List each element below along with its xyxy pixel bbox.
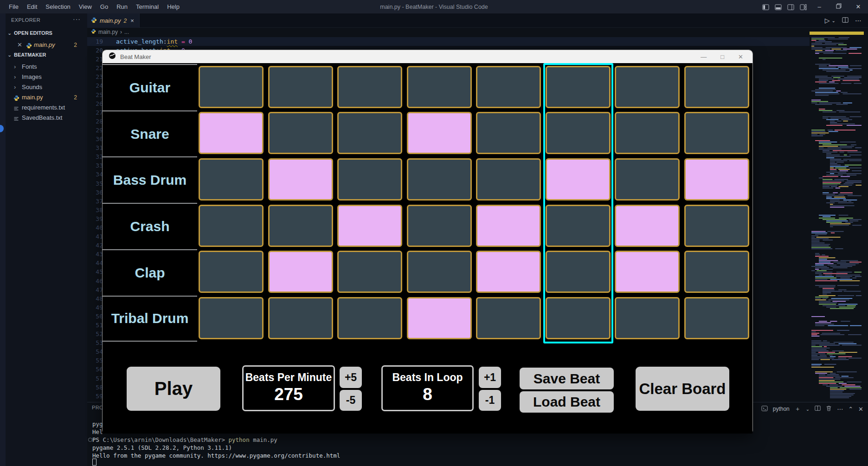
beat-cell-r3-c3[interactable] xyxy=(337,158,402,201)
beat-cell-r4-c5[interactable] xyxy=(476,205,541,247)
beat-cell-r3-c5[interactable] xyxy=(476,158,541,201)
bm-minimize-button[interactable]: — xyxy=(701,53,707,60)
menu-go[interactable]: Go xyxy=(96,0,112,13)
menu-edit[interactable]: Edit xyxy=(23,0,41,13)
explorer-more-actions-icon[interactable]: ··· xyxy=(73,15,81,23)
beat-cell-r1-c4[interactable] xyxy=(407,66,472,108)
beat-cell-r2-c3[interactable] xyxy=(337,112,402,154)
beat-cell-r4-c8[interactable] xyxy=(684,205,749,247)
beat-cell-r5-c5[interactable] xyxy=(476,251,541,293)
close-window-button[interactable]: ✕ xyxy=(849,0,868,13)
beat-cell-r4-c4[interactable] xyxy=(407,205,472,247)
beat-cell-r3-c8[interactable] xyxy=(684,158,749,201)
tree-item-fonts[interactable]: ›Fonts xyxy=(6,62,87,72)
beat-cell-r5-c2[interactable] xyxy=(268,251,333,293)
close-panel-icon[interactable]: ✕ xyxy=(858,406,863,413)
loop-up-button[interactable]: +1 xyxy=(479,367,501,388)
beat-cell-r1-c3[interactable] xyxy=(337,66,402,108)
beat-cell-r3-c7[interactable] xyxy=(615,158,680,201)
section-open-editors[interactable]: ⌄OPEN EDITORS xyxy=(7,30,52,36)
breadcrumb[interactable]: main.py › ... xyxy=(91,28,129,36)
beat-cell-r5-c8[interactable] xyxy=(684,251,749,293)
beat-cell-r5-c3[interactable] xyxy=(337,251,402,293)
beat-cell-r4-c3[interactable] xyxy=(337,205,402,247)
beat-cell-r1-c5[interactable] xyxy=(476,66,541,108)
clear-board-button[interactable]: Clear Board xyxy=(636,367,729,411)
menu-run[interactable]: Run xyxy=(112,0,132,13)
section-workspace[interactable]: ⌄BEATMAKER xyxy=(7,52,46,58)
menu-terminal[interactable]: Terminal xyxy=(132,0,163,13)
beat-cell-r1-c2[interactable] xyxy=(268,66,333,108)
beat-cell-r2-c5[interactable] xyxy=(476,112,541,154)
save-beat-button[interactable]: Save Beat xyxy=(520,368,614,389)
breadcrumb-more[interactable]: ... xyxy=(124,29,129,35)
bpm-down-button[interactable]: -5 xyxy=(340,390,362,411)
beat-cell-r6-c4[interactable] xyxy=(407,297,472,339)
kill-terminal-icon[interactable] xyxy=(826,405,832,413)
beat-cell-r6-c8[interactable] xyxy=(684,297,749,339)
split-terminal-icon[interactable] xyxy=(815,405,821,413)
beat-maker-titlebar[interactable]: Beat Maker — □ ✕ xyxy=(103,50,752,63)
minimize-button[interactable]: – xyxy=(810,0,829,13)
beat-cell-r5-c7[interactable] xyxy=(615,251,680,293)
toggle-panel-icon[interactable] xyxy=(772,3,784,10)
run-python-file-icon[interactable]: ▷ xyxy=(825,17,830,24)
tree-item-sounds[interactable]: ›Sounds xyxy=(6,82,87,92)
beat-cell-r1-c1[interactable] xyxy=(199,66,264,108)
beat-cell-r6-c5[interactable] xyxy=(476,297,541,339)
play-button[interactable]: Play xyxy=(127,367,220,411)
bm-close-button[interactable]: ✕ xyxy=(738,53,743,60)
beat-cell-r5-c6[interactable] xyxy=(546,251,611,293)
command-decorator-icon[interactable] xyxy=(88,438,92,442)
beat-cell-r6-c1[interactable] xyxy=(199,297,264,339)
beat-cell-r6-c2[interactable] xyxy=(268,297,333,339)
beat-cell-r5-c1[interactable] xyxy=(199,251,264,293)
beat-cell-r3-c6[interactable] xyxy=(546,158,611,201)
beat-cell-r1-c7[interactable] xyxy=(615,66,680,108)
menu-file[interactable]: File xyxy=(5,0,23,13)
beat-cell-r4-c7[interactable] xyxy=(615,205,680,247)
toggle-sidebar-icon[interactable] xyxy=(759,3,772,10)
beat-cell-r3-c4[interactable] xyxy=(407,158,472,201)
beat-cell-r1-c6[interactable] xyxy=(546,66,611,108)
open-editor-item-main-py[interactable]: ✕ main.py 2 xyxy=(6,40,87,50)
terminal-shell-label[interactable]: python xyxy=(773,406,790,412)
beat-cell-r2-c4[interactable] xyxy=(407,112,472,154)
new-terminal-icon[interactable]: ＋ xyxy=(795,405,801,413)
bpm-up-button[interactable]: +5 xyxy=(340,367,362,388)
beat-cell-r2-c6[interactable] xyxy=(546,112,611,154)
split-editor-icon[interactable] xyxy=(842,17,849,25)
beat-cell-r4-c6[interactable] xyxy=(546,205,611,247)
restore-button[interactable] xyxy=(829,0,849,13)
more-actions-icon[interactable]: ⋯ xyxy=(855,17,862,24)
terminal-dropdown-chevron-icon[interactable]: ⌄ xyxy=(806,407,810,412)
bm-maximize-button[interactable]: □ xyxy=(720,53,724,60)
toggle-secondary-sidebar-icon[interactable] xyxy=(784,3,797,10)
breadcrumb-file[interactable]: main.py xyxy=(98,29,118,35)
tree-item-images[interactable]: ›Images xyxy=(6,72,87,82)
beat-cell-r6-c6[interactable] xyxy=(546,297,611,339)
tab-close-icon[interactable]: × xyxy=(130,17,134,24)
customize-layout-icon[interactable] xyxy=(797,3,810,10)
beat-cell-r3-c1[interactable] xyxy=(199,158,264,201)
remote-indicator-badge[interactable] xyxy=(0,125,4,132)
minimap[interactable] xyxy=(810,28,864,402)
beat-cell-r1-c8[interactable] xyxy=(684,66,749,108)
close-editor-icon[interactable]: ✕ xyxy=(17,40,22,50)
beat-cell-r2-c7[interactable] xyxy=(615,112,680,154)
menu-view[interactable]: View xyxy=(75,0,96,13)
beat-cell-r6-c7[interactable] xyxy=(615,297,680,339)
panel-more-actions-icon[interactable]: ⋯ xyxy=(837,406,843,413)
tree-item-requirements-txt[interactable]: requirements.txt xyxy=(6,103,87,113)
load-beat-button[interactable]: Load Beat xyxy=(520,391,614,413)
beat-cell-r2-c1[interactable] xyxy=(199,112,264,154)
beat-cell-r5-c4[interactable] xyxy=(407,251,472,293)
tab-main-py[interactable]: main.py 2 × xyxy=(87,13,140,28)
beat-cell-r6-c3[interactable] xyxy=(337,297,402,339)
tree-item-main-py[interactable]: main.py2 xyxy=(6,92,87,103)
tree-item-savedbeats-txt[interactable]: SavedBeats.txt xyxy=(6,113,87,123)
menu-help[interactable]: Help xyxy=(163,0,184,13)
beat-cell-r4-c2[interactable] xyxy=(268,205,333,247)
beat-cell-r4-c1[interactable] xyxy=(199,205,264,247)
menu-selection[interactable]: Selection xyxy=(41,0,74,13)
